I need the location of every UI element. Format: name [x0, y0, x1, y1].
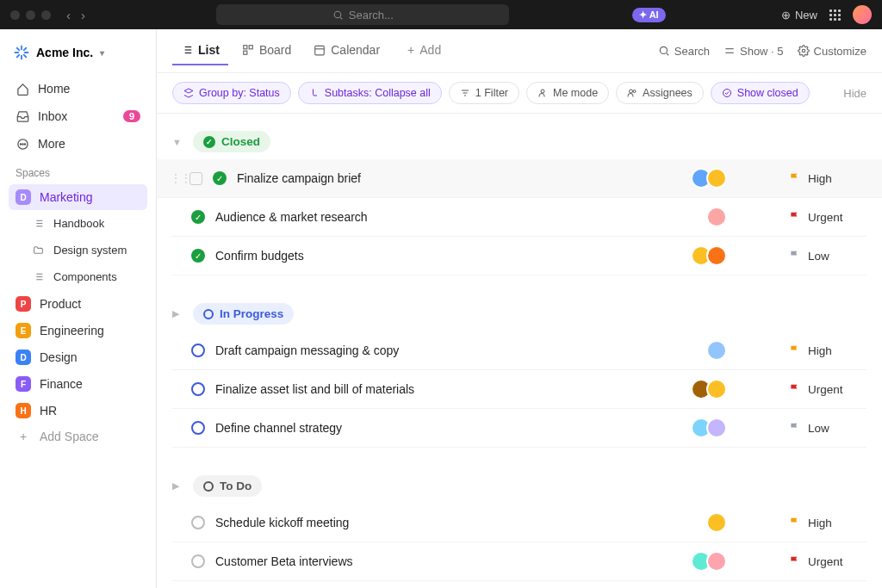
assignee-stack[interactable]	[691, 245, 727, 266]
status-done-icon[interactable]: ✓	[191, 210, 205, 224]
user-avatar[interactable]	[853, 5, 872, 24]
chip-assignees[interactable]: Assignees	[616, 82, 704, 104]
task-row[interactable]: Define channel strategyLow	[172, 409, 866, 448]
assignee-stack[interactable]	[691, 418, 727, 438]
group-header-todo[interactable]: ▶To Do	[172, 467, 866, 504]
assignee-stack[interactable]	[691, 168, 727, 189]
assignee-stack[interactable]	[691, 551, 727, 572]
space-item-finance[interactable]: FFinance	[9, 371, 147, 397]
svg-point-43	[723, 90, 730, 97]
window-controls[interactable]	[10, 10, 51, 20]
titlebar: ‹ › Search... ✦ AI ⊕ New	[0, 0, 882, 29]
space-label: Engineering	[40, 324, 104, 337]
tab-label: Board	[259, 43, 291, 57]
space-item-engineering[interactable]: EEngineering	[9, 318, 147, 344]
subspace-components[interactable]: Components	[9, 264, 147, 289]
space-badge: D	[16, 189, 31, 205]
drag-handle-icon[interactable]: ⋮⋮	[171, 172, 179, 184]
global-search[interactable]: Search...	[216, 4, 509, 25]
nav-home[interactable]: Home	[9, 76, 147, 102]
ai-button[interactable]: ✦ AI	[632, 8, 666, 22]
collapse-caret-icon[interactable]: ▶	[172, 308, 184, 319]
group-header-closed[interactable]: ▼✓Closed	[172, 122, 866, 159]
assignee-avatar[interactable]	[706, 340, 727, 361]
new-button[interactable]: ⊕ New	[781, 9, 817, 22]
chip-label: Show closed	[737, 87, 798, 99]
status-todo-icon[interactable]	[191, 516, 205, 529]
assignee-avatar[interactable]	[706, 245, 727, 266]
view-tab-list[interactable]: List	[172, 36, 228, 65]
assignee-avatar[interactable]	[706, 551, 727, 572]
priority-cell[interactable]: Low	[789, 422, 866, 435]
priority-cell[interactable]: High	[789, 172, 866, 185]
space-item-hr[interactable]: HHR	[9, 398, 147, 424]
assignee-avatar[interactable]	[706, 418, 727, 438]
assignee-avatar[interactable]	[706, 207, 727, 227]
people-icon	[627, 88, 637, 98]
task-row[interactable]: Finalize asset list and bill of material…	[172, 370, 866, 409]
priority-cell[interactable]: Urgent	[789, 383, 866, 396]
priority-cell[interactable]: Urgent	[789, 211, 866, 224]
status-progress-icon[interactable]	[191, 421, 205, 435]
subspace-design-system[interactable]: Design system	[9, 238, 147, 263]
task-row[interactable]: Customer Beta interviewsUrgent	[172, 542, 866, 581]
add-view-button[interactable]: + Add	[399, 36, 450, 65]
assignee-avatar[interactable]	[706, 512, 727, 533]
task-row[interactable]: Schedule kickoff meetingHigh	[172, 504, 866, 542]
status-pill: To Do	[193, 475, 262, 497]
status-done-icon[interactable]: ✓	[191, 249, 205, 263]
workspace-switcher[interactable]: Acme Inc. ▾	[9, 41, 147, 64]
svg-rect-27	[249, 46, 252, 49]
chip-filter[interactable]: 1 Filter	[449, 82, 519, 104]
space-label: Finance	[40, 377, 83, 391]
task-row[interactable]: ✓Audience & market researchUrgent	[172, 198, 866, 237]
hide-filters-button[interactable]: Hide	[843, 87, 866, 100]
subspace-handbook[interactable]: Handbook	[9, 211, 147, 236]
inbox-icon	[16, 110, 29, 123]
status-progress-icon[interactable]	[191, 344, 205, 357]
task-row[interactable]: ✓Confirm budgetsLow	[172, 237, 866, 275]
priority-cell[interactable]: High	[789, 517, 866, 529]
assignee-stack[interactable]	[691, 379, 727, 399]
status-todo-icon[interactable]	[191, 554, 205, 568]
toolbar-customize[interactable]: Customize	[798, 45, 866, 58]
chip-subtasks[interactable]: Subtasks: Collapse all	[298, 82, 442, 104]
space-item-product[interactable]: PProduct	[9, 291, 147, 317]
assignee-stack[interactable]	[706, 207, 727, 227]
task-row[interactable]: ⋮⋮✓Finalize campaign briefHigh	[157, 159, 882, 198]
back-button[interactable]: ‹	[66, 8, 71, 22]
space-item-marketing[interactable]: DMarketing	[9, 184, 147, 210]
toolbar-search[interactable]: Search	[658, 45, 710, 58]
toolbar-show[interactable]: Show · 5	[724, 45, 784, 58]
priority-label: Urgent	[808, 383, 843, 396]
assignee-stack[interactable]	[706, 340, 727, 361]
status-done-icon[interactable]: ✓	[213, 171, 227, 185]
assignee-stack[interactable]	[706, 512, 727, 533]
task-row[interactable]: Draft campaign messaging & copyHigh	[172, 331, 866, 370]
priority-cell[interactable]: Low	[789, 250, 866, 263]
space-label: Product	[40, 297, 81, 311]
view-tab-calendar[interactable]: Calendar	[305, 36, 388, 65]
collapse-caret-icon[interactable]: ▼	[172, 137, 184, 147]
tab-label: Calendar	[331, 43, 380, 57]
assignee-avatar[interactable]	[706, 379, 727, 399]
assignee-avatar[interactable]	[706, 168, 727, 189]
group-header-progress[interactable]: ▶In Progress	[172, 294, 866, 331]
subspace-label: Handbook	[53, 217, 104, 230]
priority-cell[interactable]: High	[789, 344, 866, 357]
status-dot-icon	[203, 481, 214, 492]
collapse-caret-icon[interactable]: ▶	[172, 480, 184, 492]
status-progress-icon[interactable]	[191, 382, 205, 396]
add-space-button[interactable]: + Add Space	[9, 424, 147, 449]
nav-inbox[interactable]: Inbox 9	[9, 103, 147, 129]
task-checkbox[interactable]	[189, 172, 202, 185]
nav-more[interactable]: More	[9, 131, 147, 157]
space-item-design[interactable]: DDesign	[9, 344, 147, 370]
chip-group-by[interactable]: Group by: Status	[172, 82, 291, 104]
chip-show-closed[interactable]: Show closed	[711, 82, 810, 104]
apps-menu-icon[interactable]	[829, 9, 841, 21]
view-tab-board[interactable]: Board	[233, 36, 300, 65]
chip-me-mode[interactable]: Me mode	[526, 82, 609, 104]
forward-button[interactable]: ›	[81, 8, 85, 22]
priority-cell[interactable]: Urgent	[789, 555, 866, 568]
